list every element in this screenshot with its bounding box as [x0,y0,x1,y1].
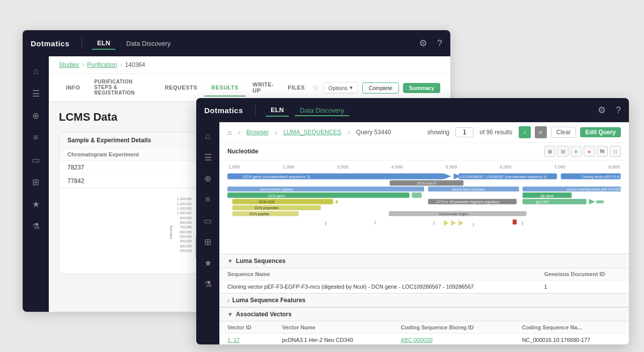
svg-text:Intensity: Intensity [169,225,173,239]
breadcrumb: Studies › Purification › 140364 [49,56,450,74]
sidebar2-filter-icon[interactable]: ≡ [199,191,217,209]
assoc-vectors-toggle-icon: ▼ [227,311,233,317]
options-button[interactable]: Options ▾ [323,82,358,94]
col-coding-seq: Coding Sequence Na... [514,321,629,334]
showing-input[interactable] [455,127,473,137]
sidebar-eln: ⌂ ☰ ⊕ ≡ ▭ ⊞ ★ ⚗ [23,56,49,312]
help-icon2[interactable]: ? [616,105,621,116]
seq-ruler: 1,0002,0003,0004,000 5,0006,0007,0008,00… [227,164,621,169]
svg-rect-60 [232,199,333,205]
breadcrumb-sep1: › [82,61,84,68]
settings-icon[interactable]: ⚙ [419,38,427,49]
nucleotide-header: Nucleotide ⊞ ⊟ ≡ ● fit □ [219,143,629,160]
svg-rect-62 [336,200,338,203]
complete-button[interactable]: Complete [362,82,399,94]
help-icon[interactable]: ? [437,38,442,49]
col-sequence-name: Sequence Name [219,268,536,281]
nuc-tool-1[interactable]: ⊞ [544,146,555,157]
sidebar-chart-icon[interactable]: ⊞ [27,173,45,191]
nuc-tool-2[interactable]: ⊟ [557,146,569,157]
svg-text:gfp gene: gfp gene [540,194,554,198]
luma-sequences-header[interactable]: ▼ Luma Sequences [219,254,629,268]
sidebar2-tools-icon[interactable]: ⚗ [199,275,217,293]
assoc-vectors-header[interactable]: ▼ Associated Vectors [219,307,629,321]
svg-marker-41 [444,173,451,180]
table-row: Cloning vector pEF-F3-EGFP-F3-mcs (diges… [219,281,629,293]
svg-text:-2772 to -65 promoter fragment: -2772 to -65 promoter fragment regulator… [435,200,500,204]
logo-eln: Dotmatics [31,39,69,48]
svg-rect-57 [412,193,422,198]
svg-text:200,000: 200,000 [180,249,192,252]
svg-text:1,000,000: 1,000,000 [177,211,192,215]
svg-text:Islt promoter region: Islt promoter region [439,212,468,216]
svg-text:gfp CDS: gfp CDS [536,200,549,204]
svg-rect-68 [596,200,604,203]
nav2-sep1: › [237,128,240,137]
breadcrumb-purification[interactable]: Purification [87,61,117,68]
svg-text:800,000: 800,000 [180,221,192,224]
svg-text:900,000: 900,000 [180,216,192,220]
clear-button[interactable]: Clear [551,127,577,138]
nav2-luma-link[interactable]: LUMA_SEQUENCES [283,129,341,136]
tab-files[interactable]: FILES [281,79,312,97]
nav2-home-icon[interactable]: ⌂ [227,128,231,136]
svg-text:1,200,000: 1,200,000 [177,202,192,206]
nucleotide-label: Nucleotide [227,148,258,155]
tab-requests[interactable]: REQUESTS [158,79,205,97]
col-geneious-doc-id: Geneious Document ID [536,268,629,281]
tab-purification[interactable]: PURIFICATION STEPS & REGISTRATION [87,74,157,102]
svg-text:DCN exon 9: DCN exon 9 [417,182,436,185]
col-bioreg-id: Coding Sequence Bioreg ID [393,321,514,334]
svg-text:400,000: 400,000 [180,239,192,243]
topbar-dd-link[interactable]: Data Discovery [295,105,349,116]
svg-text:500,000: 500,000 [180,235,192,238]
luma-sequences-title: Luma Sequences [236,257,286,265]
luma-features-toggle-icon: › [227,297,229,303]
cell-bioreg-id[interactable]: ABC-000030 [393,334,514,345]
svg-rect-65 [523,199,587,205]
summary-button[interactable]: Summary [403,83,440,93]
showing-of: of 96 results [479,129,512,136]
sidebar-tools-icon[interactable]: ⚗ [27,217,45,235]
sidebar2-chart-icon[interactable]: ⊞ [199,233,217,251]
nuc-tool-3[interactable]: ≡ [571,146,582,157]
sidebar-star-icon[interactable]: ★ [27,195,45,213]
sidebar-search-icon[interactable]: ⊕ [27,107,45,125]
breadcrumb-studies[interactable]: Studies [59,61,79,68]
sidebar2-star-icon[interactable]: ★ [199,254,217,272]
topbar-datadiscovery-link[interactable]: Data Discovery [121,38,176,49]
results-section: ▼ Luma Sequences Sequence Name Geneious … [219,254,629,344]
sidebar-monitor-icon[interactable]: ▭ [27,151,45,169]
luma-features-header[interactable]: › Luma Sequence Features [219,293,629,307]
sidebar2-search-icon[interactable]: ⊕ [199,169,217,188]
sidebar-home-icon[interactable]: ⌂ [27,62,45,80]
svg-marker-82 [451,220,456,226]
nuc-tool-empty[interactable]: □ [610,146,621,157]
nuc-tool-fit[interactable]: fit [597,146,608,157]
star-button[interactable]: ☆ [312,83,319,93]
sidebar-filter-icon[interactable]: ≡ [27,129,45,147]
sidebar-list-icon[interactable]: ☰ [27,84,45,103]
breadcrumb-sep2: › [120,61,122,68]
topbar-eln-tab2[interactable]: ELN [266,104,289,117]
nav-next-btn[interactable]: › [519,126,531,138]
topbar-eln-tab[interactable]: ELN [92,37,115,50]
svg-text:1,100,000: 1,100,000 [177,207,192,210]
window-data-discovery: Dotmatics ELN Data Discovery ⚙ ? ⌂ ☰ ⊕ ≡… [196,98,629,344]
edit-query-button[interactable]: Edit Query [580,127,621,137]
tab-writeup[interactable]: WRITE-UP [246,76,281,100]
svg-text:source Cloning vector pEF-F3 E: source Cloning vector pEF-F3 EGFP F3 [567,188,621,192]
tab-results[interactable]: RESULTS [204,79,246,97]
cell-vector-id[interactable]: 1_17 [219,334,274,345]
cell-doc-id: 1 [536,281,629,293]
associated-vectors-table: Vector ID Vector Name Coding Sequence Bi… [219,321,629,344]
nuc-tool-red[interactable]: ● [584,146,595,157]
luma-features-title: Luma Sequence Features [232,297,305,304]
sidebar2-monitor-icon[interactable]: ▭ [199,212,217,230]
settings-icon2[interactable]: ⚙ [598,105,606,116]
nav-last-btn[interactable]: » [535,126,547,138]
sidebar2-home-icon[interactable]: ⌂ [199,127,217,145]
tab-info[interactable]: INFO [59,79,87,97]
nav2-browser-link[interactable]: Browser [247,129,269,136]
sidebar2-list-icon[interactable]: ☰ [199,148,217,166]
